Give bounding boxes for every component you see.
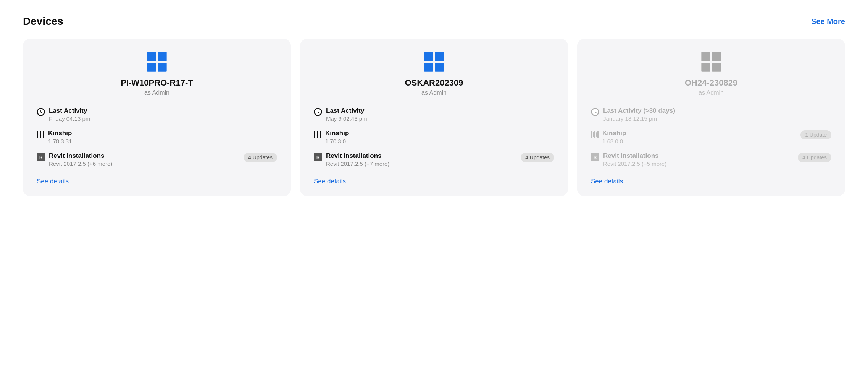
svg-rect-2: [147, 63, 156, 71]
kinship-section: Kinship 1.68.0.0 1 Update: [591, 130, 831, 144]
svg-rect-12: [701, 52, 710, 61]
svg-rect-3: [158, 63, 166, 71]
revit-icon: R: [591, 153, 599, 161]
revit-section: R Revit Installations Revit 2017.2.5 (+5…: [591, 152, 831, 167]
kinship-version: 1.70.3.0: [325, 138, 349, 144]
last-activity-time: May 9 02:43 pm: [326, 115, 367, 122]
kinship-icon: [314, 130, 321, 139]
page-title: Devices: [23, 15, 63, 28]
revit-badge: 4 Updates: [244, 153, 277, 162]
device-card-2: OSKAR202309 as Admin Last Activity May 9…: [300, 39, 568, 196]
last-activity-time: January 18 12:15 pm: [603, 115, 675, 122]
svg-rect-9: [435, 63, 444, 71]
svg-rect-15: [712, 63, 721, 71]
last-activity-time: Friday 04:13 pm: [49, 115, 90, 122]
revit-label: Revit Installations: [603, 152, 666, 160]
windows-icon: [423, 51, 445, 73]
device-card-3: OH24-230829 as Admin Last Activity (>30 …: [577, 39, 845, 196]
revit-section: R Revit Installations Revit 2017.2.5 (+7…: [314, 152, 554, 167]
svg-rect-0: [147, 52, 156, 61]
card-top: OH24-230829 as Admin: [591, 51, 831, 96]
device-role: as Admin: [421, 89, 447, 96]
last-activity-section: Last Activity Friday 04:13 pm: [37, 107, 277, 122]
revit-badge: 4 Updates: [798, 153, 831, 162]
kinship-label: Kinship: [602, 130, 626, 137]
device-role: as Admin: [144, 89, 169, 96]
svg-rect-6: [424, 52, 433, 61]
card-top: PI-W10PRO-R17-T as Admin: [37, 51, 277, 96]
see-details-link[interactable]: See details: [37, 178, 277, 185]
device-name: OH24-230829: [685, 78, 737, 88]
svg-rect-14: [701, 63, 710, 71]
kinship-icon: [591, 130, 599, 139]
clock-icon: [591, 108, 599, 116]
device-card-1: PI-W10PRO-R17-T as Admin Last Activity F…: [23, 39, 291, 196]
kinship-label: Kinship: [48, 130, 72, 137]
revit-badge: 4 Updates: [521, 153, 554, 162]
revit-label: Revit Installations: [326, 152, 389, 160]
last-activity-section: Last Activity (>30 days) January 18 12:1…: [591, 107, 831, 122]
last-activity-label: Last Activity: [326, 107, 367, 115]
kinship-badge: 1 Update: [800, 130, 831, 139]
card-top: OSKAR202309 as Admin: [314, 51, 554, 96]
windows-icon: [146, 51, 168, 73]
device-name: PI-W10PRO-R17-T: [121, 78, 193, 88]
revit-section: R Revit Installations Revit 2017.2.5 (+6…: [37, 152, 277, 167]
see-details-link[interactable]: See details: [591, 178, 831, 185]
windows-icon: [700, 51, 722, 73]
kinship-label: Kinship: [325, 130, 349, 137]
revit-icon: R: [37, 153, 45, 161]
revit-version: Revit 2017.2.5 (+7 more): [326, 160, 389, 167]
last-activity-section: Last Activity May 9 02:43 pm: [314, 107, 554, 122]
last-activity-label: Last Activity (>30 days): [603, 107, 675, 115]
kinship-icon: [37, 130, 44, 139]
kinship-version: 1.70.3.31: [48, 138, 72, 144]
svg-rect-13: [712, 52, 721, 61]
revit-label: Revit Installations: [49, 152, 112, 160]
svg-rect-7: [435, 52, 444, 61]
svg-rect-1: [158, 52, 166, 61]
revit-version: Revit 2017.2.5 (+5 more): [603, 160, 666, 167]
page-header: Devices See More: [23, 15, 845, 28]
revit-version: Revit 2017.2.5 (+6 more): [49, 160, 112, 167]
kinship-section: Kinship 1.70.3.0: [314, 130, 554, 144]
device-name: OSKAR202309: [405, 78, 463, 88]
kinship-version: 1.68.0.0: [602, 138, 626, 144]
revit-icon: R: [314, 153, 322, 161]
svg-rect-8: [424, 63, 433, 71]
clock-icon: [37, 108, 45, 116]
last-activity-label: Last Activity: [49, 107, 90, 115]
kinship-section: Kinship 1.70.3.31: [37, 130, 277, 144]
cards-container: PI-W10PRO-R17-T as Admin Last Activity F…: [23, 39, 845, 196]
clock-icon: [314, 108, 322, 116]
see-more-link[interactable]: See More: [811, 17, 845, 26]
device-role: as Admin: [699, 89, 724, 96]
see-details-link[interactable]: See details: [314, 178, 554, 185]
